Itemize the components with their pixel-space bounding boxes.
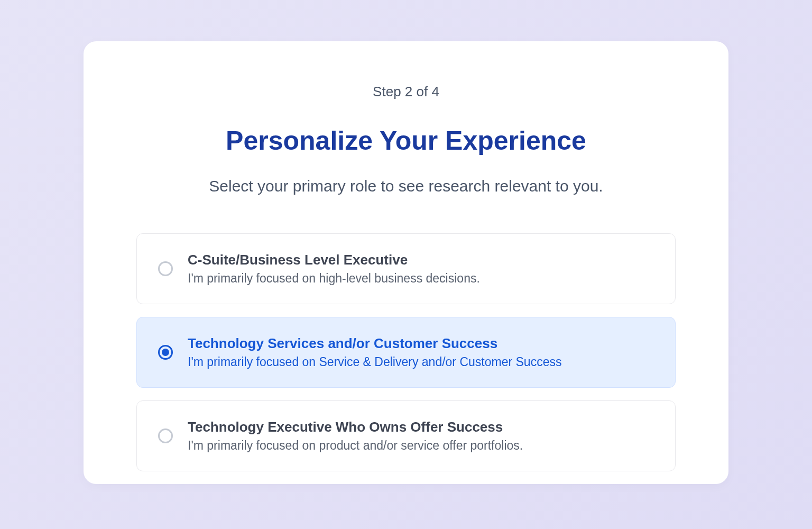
step-indicator: Step 2 of 4 — [84, 84, 728, 100]
onboarding-card: Step 2 of 4 Personalize Your Experience … — [84, 41, 728, 484]
option-content: Technology Executive Who Owns Offer Succ… — [188, 419, 654, 453]
option-description: I'm primarily focused on product and/or … — [188, 439, 654, 453]
radio-icon — [158, 261, 173, 276]
role-options-list: C-Suite/Business Level Executive I'm pri… — [84, 233, 728, 471]
option-title: Technology Services and/or Customer Succ… — [188, 335, 654, 352]
option-description: I'm primarily focused on Service & Deliv… — [188, 355, 654, 369]
option-title: Technology Executive Who Owns Offer Succ… — [188, 419, 654, 435]
role-option-tech-services[interactable]: Technology Services and/or Customer Succ… — [136, 317, 676, 388]
role-option-csuite[interactable]: C-Suite/Business Level Executive I'm pri… — [136, 233, 676, 304]
role-option-tech-executive[interactable]: Technology Executive Who Owns Offer Succ… — [136, 400, 676, 471]
radio-icon — [158, 428, 173, 443]
radio-icon — [158, 345, 173, 360]
option-content: Technology Services and/or Customer Succ… — [188, 335, 654, 369]
option-content: C-Suite/Business Level Executive I'm pri… — [188, 252, 654, 286]
option-description: I'm primarily focused on high-level busi… — [188, 271, 654, 286]
page-subtitle: Select your primary role to see research… — [84, 177, 728, 195]
page-title: Personalize Your Experience — [84, 125, 728, 156]
option-title: C-Suite/Business Level Executive — [188, 252, 654, 268]
